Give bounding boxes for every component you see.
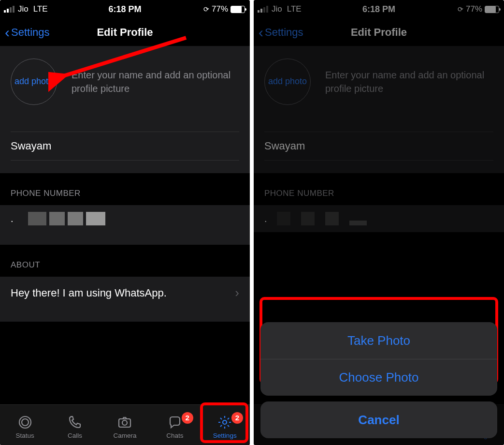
phone-number-row[interactable]: . xyxy=(254,205,504,232)
chats-badge: 2 xyxy=(182,412,193,424)
about-section-header: ABOUT xyxy=(0,245,250,277)
add-photo-label: add photo xyxy=(268,76,307,87)
tab-status[interactable]: Status xyxy=(0,414,50,439)
name-field[interactable]: Swayam xyxy=(264,132,493,161)
add-photo-button[interactable]: add photo xyxy=(264,59,311,105)
tab-settings[interactable]: 2 Settings xyxy=(200,414,250,439)
take-photo-button[interactable]: Take Photo xyxy=(260,322,497,359)
carrier-label: Jio xyxy=(18,4,29,14)
name-value: Swayam xyxy=(11,140,51,152)
add-photo-label: add photo xyxy=(14,76,53,87)
take-photo-label: Take Photo xyxy=(347,333,410,348)
add-photo-button[interactable]: add photo xyxy=(11,59,57,105)
battery-icon xyxy=(230,6,245,13)
svg-point-3 xyxy=(122,420,127,425)
name-field[interactable]: Swayam xyxy=(11,132,239,161)
svg-point-4 xyxy=(223,420,227,424)
svg-point-1 xyxy=(22,419,29,426)
tab-label: Camera xyxy=(113,432,136,439)
about-row[interactable]: Hey there! I am using WhatsApp. › xyxy=(0,277,250,309)
clock-label: 6:18 PM xyxy=(108,4,141,15)
screenshot-left: Jio LTE 6:18 PM ⟳ 77% ‹ Settings Edit Pr… xyxy=(0,0,250,445)
phone-number-masked: . xyxy=(264,212,367,225)
tab-calls[interactable]: Calls xyxy=(50,414,100,439)
camera-icon xyxy=(116,414,133,430)
tab-label: Calls xyxy=(68,432,82,439)
status-bar: Jio LTE 6:18 PM ⟳ 77% xyxy=(254,0,504,18)
chevron-left-icon: ‹ xyxy=(5,25,10,40)
phone-number-masked: . xyxy=(11,212,105,225)
tab-label: Settings xyxy=(213,432,237,439)
profile-hint-text: Enter your name and add an optional prof… xyxy=(72,68,239,95)
nav-bar: ‹ Settings Edit Profile xyxy=(0,18,250,46)
tab-bar: Status Calls Camera 2 Chats 2 Se xyxy=(0,404,250,445)
choose-photo-button[interactable]: Choose Photo xyxy=(260,359,497,396)
chevron-right-icon: › xyxy=(235,285,239,300)
rotation-lock-icon: ⟳ xyxy=(458,5,463,13)
back-label: Settings xyxy=(11,26,50,39)
about-text: Hey there! I am using WhatsApp. xyxy=(11,287,167,299)
status-icon xyxy=(17,414,33,430)
phone-section-header: PHONE NUMBER xyxy=(0,173,250,205)
carrier-label: Jio xyxy=(272,4,282,14)
battery-icon xyxy=(485,6,499,13)
tab-label: Status xyxy=(16,432,34,439)
network-type-label: LTE xyxy=(33,4,48,14)
page-title: Edit Profile xyxy=(351,26,407,39)
back-label: Settings xyxy=(265,26,303,39)
tab-chats[interactable]: 2 Chats xyxy=(150,414,200,439)
cancel-label: Cancel xyxy=(358,413,399,428)
settings-badge: 2 xyxy=(231,412,243,424)
rotation-lock-icon: ⟳ xyxy=(203,5,209,13)
photo-action-sheet: Take Photo Choose Photo Cancel xyxy=(260,322,497,438)
battery-percent-label: 77% xyxy=(212,4,228,14)
name-value: Swayam xyxy=(264,140,305,152)
phone-number-row[interactable]: . xyxy=(0,205,250,232)
battery-percent-label: 77% xyxy=(466,4,482,14)
signal-icon xyxy=(4,6,14,13)
chats-icon xyxy=(167,414,183,430)
page-title: Edit Profile xyxy=(97,26,153,39)
nav-bar: ‹ Settings Edit Profile xyxy=(254,18,504,46)
clock-label: 6:18 PM xyxy=(362,4,395,15)
phone-icon xyxy=(67,414,83,430)
choose-photo-label: Choose Photo xyxy=(339,370,419,385)
chevron-left-icon: ‹ xyxy=(259,25,263,40)
back-button[interactable]: ‹ Settings xyxy=(5,25,50,40)
screenshot-right: Jio LTE 6:18 PM ⟳ 77% ‹ Settings Edit Pr… xyxy=(254,0,504,445)
tab-label: Chats xyxy=(166,432,183,439)
signal-icon xyxy=(258,6,268,13)
gear-icon xyxy=(216,414,233,430)
profile-hint-text: Enter your name and add an optional prof… xyxy=(325,68,493,95)
content-area: add photo Enter your name and add an opt… xyxy=(0,46,250,322)
phone-section-header: PHONE NUMBER xyxy=(254,173,504,205)
network-type-label: LTE xyxy=(287,4,302,14)
status-bar: Jio LTE 6:18 PM ⟳ 77% xyxy=(0,0,250,18)
back-button[interactable]: ‹ Settings xyxy=(259,25,303,40)
svg-point-0 xyxy=(19,416,31,428)
tab-camera[interactable]: Camera xyxy=(100,414,150,439)
cancel-button[interactable]: Cancel xyxy=(260,401,497,438)
